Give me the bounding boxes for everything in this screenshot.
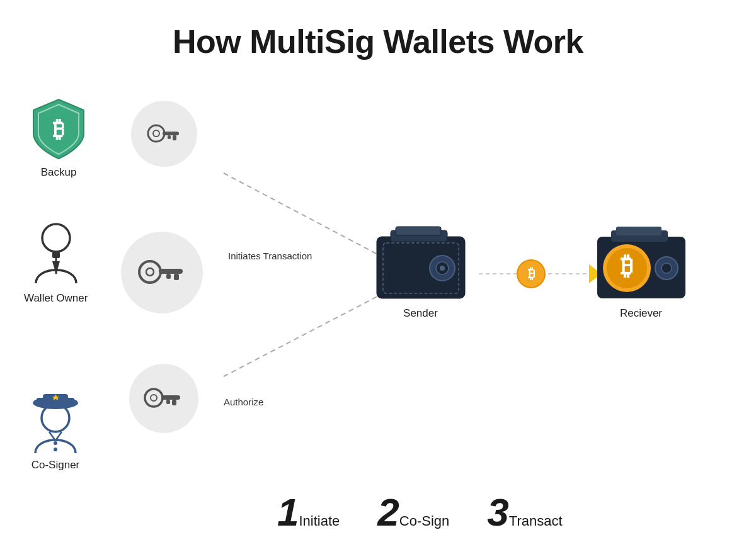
transfer-bitcoin: ₿ <box>517 259 546 288</box>
svg-rect-41 <box>396 227 441 235</box>
step-2: 2 Co-Sign <box>377 493 449 532</box>
receiver-wallet-icon: ₿ <box>592 225 690 307</box>
svg-rect-18 <box>159 269 183 274</box>
cosigner-key-circle <box>129 364 198 433</box>
svg-line-0 <box>224 173 391 261</box>
step-1: 1 Initiate <box>277 493 340 532</box>
svg-point-17 <box>146 268 154 276</box>
backup-key-circle <box>131 101 197 167</box>
svg-point-28 <box>54 441 57 445</box>
svg-point-47 <box>662 263 672 273</box>
svg-line-2 <box>224 290 391 376</box>
svg-rect-49 <box>616 227 662 235</box>
diagram-area: ₿ Backup Wallet Owner <box>0 76 756 547</box>
receiver-wrap: ₿ Reciever <box>592 225 690 320</box>
step-1-number: 1 <box>277 493 299 532</box>
authorize-label: Authorize <box>224 397 263 408</box>
wallet-owner-label: Wallet Owner <box>24 292 88 305</box>
svg-point-7 <box>148 125 164 142</box>
svg-text:₿: ₿ <box>621 252 633 279</box>
svg-rect-20 <box>166 274 171 279</box>
svg-point-12 <box>42 224 70 252</box>
steps-row: 1 Initiate 2 Co-Sign 3 Transact <box>277 493 563 532</box>
owner-key-circle <box>121 232 203 313</box>
step-2-number: 2 <box>377 493 399 532</box>
svg-point-16 <box>139 261 161 283</box>
svg-rect-34 <box>166 400 170 404</box>
step-2-text: Co-Sign <box>399 513 449 529</box>
sender-label: Sender <box>403 307 438 320</box>
step-3-text: Transact <box>509 513 563 529</box>
svg-rect-11 <box>168 135 171 139</box>
svg-rect-32 <box>161 395 180 400</box>
owner-key-icon <box>136 257 188 288</box>
svg-rect-15 <box>52 252 60 258</box>
svg-rect-9 <box>163 132 179 135</box>
sender-wallet-icon <box>372 225 469 307</box>
backup-label: Backup <box>41 166 77 179</box>
svg-rect-10 <box>173 135 176 140</box>
initiates-label: Initiates Transaction <box>228 251 312 262</box>
svg-point-39 <box>440 266 445 271</box>
receiver-label: Reciever <box>620 307 662 320</box>
co-signer-label: Co-Signer <box>32 459 80 471</box>
svg-point-31 <box>151 395 157 401</box>
persona-co-signer: Co-Signer <box>24 384 87 471</box>
page-title: How MultiSig Wallets Work <box>0 0 756 60</box>
svg-marker-14 <box>52 261 60 274</box>
svg-point-30 <box>145 389 163 407</box>
svg-rect-19 <box>174 274 179 280</box>
persona-wallet-owner: Wallet Owner <box>24 220 88 305</box>
backup-key-icon <box>145 122 184 146</box>
svg-rect-33 <box>172 400 176 405</box>
persona-backup: ₿ Backup <box>24 94 93 179</box>
svg-point-8 <box>153 130 159 137</box>
step-3-number: 3 <box>487 493 508 532</box>
cosigner-key-icon <box>142 385 185 412</box>
sender-wrap: Sender <box>372 225 469 320</box>
step-3: 3 Transact <box>487 493 562 532</box>
step-1-text: Initiate <box>299 513 340 529</box>
co-signer-icon <box>24 384 87 456</box>
svg-point-29 <box>54 448 57 451</box>
shield-bitcoin-icon: ₿ <box>24 94 93 164</box>
wallet-owner-icon <box>25 220 88 290</box>
svg-text:₿: ₿ <box>53 116 64 142</box>
